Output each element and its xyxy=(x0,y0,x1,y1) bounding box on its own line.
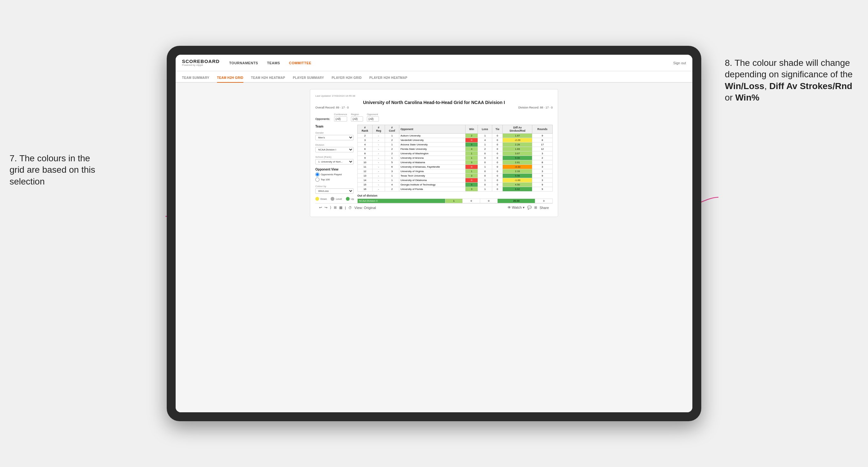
cell-conf: 1 xyxy=(385,174,399,178)
cell-loss: 4 xyxy=(477,138,492,143)
cell-opponent: Arizona State University xyxy=(399,143,465,147)
region-select[interactable]: (All) xyxy=(351,117,363,122)
legend-down-dot xyxy=(315,197,319,201)
cell-opponent: University of Oklahoma xyxy=(399,178,465,183)
undo-button[interactable]: ↩ xyxy=(319,206,322,210)
cell-diff: -2.29 xyxy=(503,138,532,143)
cell-rounds: 3 xyxy=(532,151,553,156)
cell-loss: 1 xyxy=(477,178,492,183)
sub-nav-team-h2h-grid[interactable]: TEAM H2H GRID xyxy=(217,76,243,83)
gender-select[interactable]: Men's xyxy=(315,135,353,140)
radio-top-100[interactable]: Top 100 xyxy=(315,178,353,182)
cell-diff: 2.61 xyxy=(503,160,532,165)
table-row: 2 - 1 Auburn University 2 1 0 1.67 9 xyxy=(358,134,553,138)
cell-tie: 0 xyxy=(492,143,503,147)
sub-nav-player-summary[interactable]: PLAYER SUMMARY xyxy=(293,76,324,83)
cell-conf: 2 xyxy=(385,187,399,191)
gender-label: Gender xyxy=(315,131,353,134)
cell-win: 5 xyxy=(465,183,477,187)
conference-select[interactable]: (All) xyxy=(334,117,347,122)
cell-conf: 2 xyxy=(385,147,399,151)
forward-button[interactable]: ⟩ xyxy=(330,206,331,210)
cell-rounds: 9 xyxy=(532,187,553,191)
cell-od-win: 1 xyxy=(445,199,463,203)
sub-nav-player-h2h-heatmap[interactable]: PLAYER H2H HEATMAP xyxy=(369,76,407,83)
share-button[interactable]: Share xyxy=(540,206,549,210)
cell-conf: 2 xyxy=(385,138,399,143)
division-select[interactable]: NCAA Division I xyxy=(315,147,353,152)
legend-up: Up xyxy=(346,197,354,201)
layout-button[interactable]: ▦ xyxy=(339,206,342,210)
school-select[interactable]: 1. University of Nort... xyxy=(315,159,353,164)
annotation-left-text: 7. The colours in the grid are based on … xyxy=(9,153,95,186)
cell-diff: -1.00 xyxy=(503,178,532,183)
copy-button[interactable]: ⊞ xyxy=(334,206,337,210)
opponent-select[interactable]: (All) xyxy=(367,117,379,122)
cell-loss: 2 xyxy=(477,147,492,151)
cell-diff: 2.33 xyxy=(503,169,532,174)
report-container: Last Updated: 27/03/2024 16:55:38 Univer… xyxy=(310,89,558,217)
cell-rank: 3 xyxy=(358,138,373,143)
cell-rounds: 8 xyxy=(532,160,553,165)
nav-tournaments[interactable]: TOURNAMENTS xyxy=(229,61,258,65)
cell-reg: - xyxy=(372,138,385,143)
cell-opponent: University of Alabama xyxy=(399,160,465,165)
watch-button[interactable]: 👁 Watch ▾ xyxy=(507,206,525,210)
school-section: School (Rank) 1. University of Nort... xyxy=(315,156,353,164)
col-reg: #Reg xyxy=(372,125,385,134)
cell-tie: 0 xyxy=(492,174,503,178)
cell-rank: 12 xyxy=(358,169,373,174)
nav-teams[interactable]: TEAMS xyxy=(267,61,280,65)
cell-conf: 6 xyxy=(385,165,399,169)
cell-rounds: 3 xyxy=(532,169,553,174)
sub-nav-player-h2h-grid[interactable]: PLAYER H2H GRID xyxy=(332,76,362,83)
annotation-right: 8. The colour shade will change dependin… xyxy=(725,57,859,104)
radio-opponents-played[interactable]: Opponents Played xyxy=(315,173,353,177)
colour-by-label: Colour by xyxy=(315,185,353,188)
cell-opponent: University of Washington xyxy=(399,151,465,156)
cell-opponent: Florida State University xyxy=(399,147,465,151)
sub-nav-team-h2h-heatmap[interactable]: TEAM H2H HEATMAP xyxy=(251,76,285,83)
cell-rank: 10 xyxy=(358,160,373,165)
table-row: 14 - 1 University of Oklahoma 0 1 0 -1.0… xyxy=(358,178,553,183)
cell-opponent: University of Arkansas, Fayetteville xyxy=(399,165,465,169)
cell-reg: - xyxy=(372,165,385,169)
table-row: 3 - 2 Vanderbilt University 0 4 0 -2.29 … xyxy=(358,138,553,143)
table-row: 11 - 6 University of Arkansas, Fayettevi… xyxy=(358,165,553,169)
legend-up-dot xyxy=(346,197,350,201)
view-original[interactable]: View: Original xyxy=(354,206,376,210)
cell-rounds: 3 xyxy=(532,178,553,183)
table-row: 13 - 1 Texas Tech University 3 0 0 5.56 … xyxy=(358,174,553,178)
cell-diff: 4.50 xyxy=(503,183,532,187)
cell-win: 0 xyxy=(465,165,477,169)
cell-reg: - xyxy=(372,156,385,160)
sub-nav: TEAM SUMMARY TEAM H2H GRID TEAM H2H HEAT… xyxy=(176,71,692,83)
cell-win: 3 xyxy=(465,174,477,178)
colour-by-select[interactable]: Win/Loss xyxy=(315,188,353,194)
comment-button[interactable]: 💬 xyxy=(527,206,532,210)
opponents-label: Opponents: xyxy=(315,117,330,122)
cell-diff: 1.67 xyxy=(503,134,532,138)
sign-out-button[interactable]: Sign out xyxy=(673,61,686,65)
cell-reg: - xyxy=(372,134,385,138)
out-of-division-label: Out of division xyxy=(357,194,553,197)
cell-conf: 1 xyxy=(385,178,399,183)
separator: | xyxy=(345,206,346,210)
team-section: Team xyxy=(315,125,353,128)
cell-loss: 1 xyxy=(477,187,492,191)
cell-conf: 4 xyxy=(385,183,399,187)
cell-opponent: University of Florida xyxy=(399,187,465,191)
clock-button[interactable]: ⏱ xyxy=(348,206,352,210)
cell-rank: 16 xyxy=(358,187,373,191)
report-sidebar: Team Gender Men's Division NCAA Division… xyxy=(315,125,353,203)
cell-reg: - xyxy=(372,183,385,187)
table-row: 9 - 1 University of Arizona 1 0 0 9.00 2 xyxy=(358,156,553,160)
sub-nav-team-summary[interactable]: TEAM SUMMARY xyxy=(182,76,209,83)
cell-diff: 9.00 xyxy=(503,156,532,160)
conference-filter: Conference (All) xyxy=(334,113,347,122)
col-win: Win xyxy=(465,125,477,134)
nav-committee[interactable]: COMMITTEE xyxy=(289,61,311,65)
present-button[interactable]: ⊞ xyxy=(534,206,537,210)
redo-button[interactable]: ↪ xyxy=(324,206,328,210)
cell-tie: 0 xyxy=(492,160,503,165)
